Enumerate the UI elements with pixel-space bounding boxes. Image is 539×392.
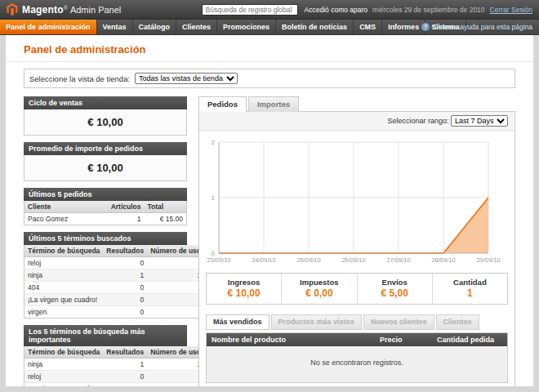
main-nav: Panel de administración Ventas Catálogo … [0,20,539,35]
stat-label: Ingresos [208,278,279,287]
content-area: Panel de administración Seleccione la vi… [6,35,533,386]
last-orders-title: Últimos 5 pedidos [24,188,187,201]
nav-item-cms[interactable]: CMS [354,20,382,34]
nav-item-informes[interactable]: Informes [382,20,425,34]
stat-envios: Envíos € 5,00 [357,274,432,304]
svg-text:2: 2 [212,139,216,146]
results: 0 [103,282,147,294]
nav-item-clientes[interactable]: Clientes [176,20,217,34]
col-header-cliente: Cliente [24,201,108,213]
order-customer: Paco Gomez [24,213,108,225]
last-orders-table: Cliente Artículos Total Paco Gomez 1 € 1… [24,201,187,225]
range-row: Seleccionar rango: Last 7 Days [199,112,514,131]
col-header-results: Resultados [103,245,147,257]
lifetime-sales-value: € 10,00 [24,109,187,136]
stat-label: Cantidad [434,278,506,287]
search-term-row[interactable]: reloj 0 2 [24,257,209,270]
nav-item-ventas[interactable]: Ventas [97,20,133,34]
store-view-switcher: Seleccione la vista de tienda: Todas las… [24,69,515,88]
brand-suffix: Admin Panel [70,5,121,15]
stat-value: 1 [434,287,506,299]
results: 0 [103,383,147,387]
stat-label: Envíos [359,278,430,287]
last-search-title: Últimos 5 términos buscados [24,232,187,245]
logout-link[interactable]: Cerrar Sesión [490,6,532,14]
top-search-block: Los 5 términos de búsqueda más important… [24,325,187,386]
tab-clientes[interactable]: Clientes [436,314,479,330]
col-header-product-name: Nombre del producto [207,333,375,346]
term: ninja [24,359,104,371]
tab-importes[interactable]: Importes [248,96,299,112]
last-search-table: Término de búsqueda Resultados Número de… [24,245,209,318]
term: 404 [24,282,104,294]
tab-mas-vendidos[interactable]: Más vendidos [206,314,270,330]
header-user-area: Accedió como aparo miércoles 29 de septi… [305,6,532,14]
average-orders-block: Promedio de importe de pedidos € 10,00 [24,142,187,181]
global-search-input[interactable] [202,4,298,16]
stat-label: Impuestos [283,278,354,287]
stat-value: € 5,00 [359,287,430,299]
empty-row: No se encontraron registros. [207,346,507,382]
search-term-row[interactable]: ninja 1 10 [24,359,209,371]
svg-text:25/09/10: 25/09/10 [296,256,320,264]
col-header-term: Término de búsqueda [24,346,104,359]
range-select[interactable]: Last 7 Days [451,115,508,127]
top-search-title: Los 5 términos de búsqueda más important… [24,325,187,346]
results: 0 [103,371,147,383]
stat-ingresos: Ingresos € 10,00 [207,274,281,304]
search-term-row[interactable]: reloj 0 2 [24,371,209,383]
order-total: € 15.00 [145,213,187,225]
logged-in-text: Accedió como aparo [305,6,368,14]
term: ¡La virgen que cuadro! [24,294,104,306]
top-header: Magento®Admin Panel Accedió como aparo m… [0,0,539,20]
tab-productos-mas-vistos[interactable]: Productos más vistos [271,314,363,330]
right-column: Pedidos Importes Seleccionar rango: Last… [198,96,515,386]
svg-text:23/09/10: 23/09/10 [207,256,230,264]
col-header-qty: Cantidad pedida [432,333,507,346]
nav-item-dashboard[interactable]: Panel de administración [0,20,97,34]
col-header-results: Resultados [103,346,147,359]
col-header-term: Término de búsqueda [24,245,104,257]
search-term-row[interactable]: ¡La virgen que cuadro! 0 2 [24,383,209,387]
svg-text:27/09/10: 27/09/10 [386,256,410,264]
search-term-row[interactable]: ¡La virgen que cuadro! 0 2 [24,294,209,306]
brand-name: Magento [22,4,64,16]
last-orders-block: Últimos 5 pedidos Cliente Artículos Tota… [24,188,187,225]
search-term-row[interactable]: ninja 1 10 [24,270,209,282]
col-header-articulos: Artículos [108,201,145,213]
page-root: Magento®Admin Panel Accedió como aparo m… [0,0,539,386]
orders-panel: Seleccionar rango: Last 7 Days 01223/09/… [198,111,515,386]
lifetime-sales-title: Ciclo de ventas [24,96,187,109]
results: 0 [103,257,147,270]
col-header-price: Precio [375,333,432,346]
dashboard-columns: Ciclo de ventas € 10,00 Promedio de impo… [24,96,515,386]
term: virgen [24,306,104,318]
stat-impuestos: Impuestos € 0,00 [281,274,356,304]
nav-item-promociones[interactable]: Promociones [217,20,276,34]
empty-message: No se encontraron registros. [207,346,507,382]
order-row[interactable]: Paco Gomez 1 € 15.00 [24,213,187,225]
tab-nuevos-clientes[interactable]: Nuevos clientes [363,314,434,330]
help-text: Obtener ayuda para esta página [433,23,532,31]
header-date: miércoles 29 de septiembre de 2010 [372,6,485,14]
store-view-label: Seleccione la vista de tienda: [29,74,130,83]
svg-text:28/09/10: 28/09/10 [431,256,455,264]
nav-item-boletin[interactable]: Boletín de noticias [276,20,354,34]
orders-chart: 01223/09/1024/09/1025/09/1026/09/1027/09… [204,136,511,266]
col-header-total: Total [145,201,187,213]
svg-text:1: 1 [212,194,216,202]
nav-item-catalogo[interactable]: Catálogo [133,20,177,34]
svg-text:29/09/10: 29/09/10 [476,256,500,264]
lifetime-sales-block: Ciclo de ventas € 10,00 [24,96,187,136]
magento-logo: Magento®Admin Panel [7,3,121,16]
term: ¡La virgen que cuadro! [24,383,104,387]
results: 0 [103,306,147,318]
term: reloj [24,257,104,270]
tab-pedidos[interactable]: Pedidos [198,96,247,112]
search-term-row[interactable]: 404 0 1 [24,282,209,294]
search-term-row[interactable]: virgen 0 1 [24,306,209,318]
store-view-select[interactable]: Todas las vistas de tienda [135,73,238,84]
term: ninja [24,270,104,282]
bestsellers-grid: Nombre del producto Precio Cantidad pedi… [206,332,508,383]
page-help-link[interactable]: ? Obtener ayuda para esta página [421,20,532,34]
